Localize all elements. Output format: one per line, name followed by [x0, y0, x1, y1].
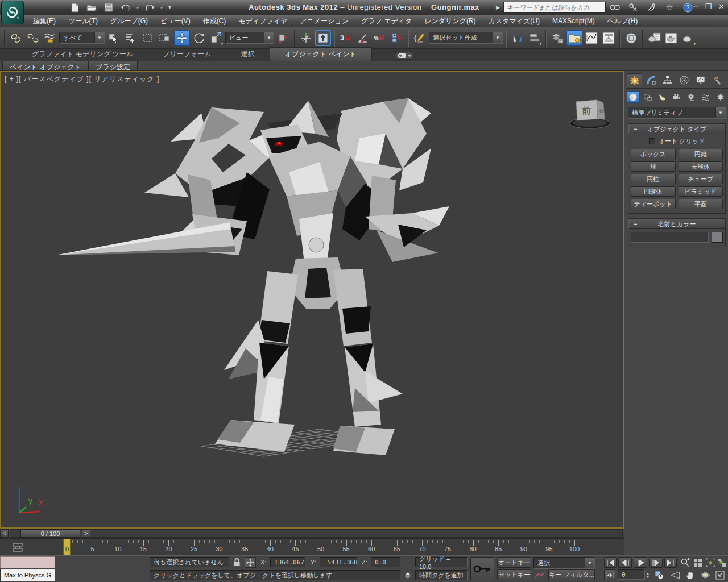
chevron-down-icon[interactable]: ▼: [585, 558, 594, 568]
btn-tube[interactable]: チューブ: [679, 174, 723, 184]
communication-center-icon[interactable]: [645, 2, 657, 13]
align-icon[interactable]: ▸: [527, 30, 543, 46]
menu-tools[interactable]: ツール(T): [63, 15, 104, 27]
restore-button[interactable]: ❐: [705, 2, 712, 11]
zoom-extents-all-icon[interactable]: [716, 557, 727, 568]
menu-animation[interactable]: アニメーション: [294, 15, 354, 27]
current-frame-field[interactable]: 0: [618, 569, 645, 580]
category-geometry[interactable]: [627, 91, 640, 103]
category-shapes[interactable]: [642, 91, 655, 103]
category-space-warps[interactable]: [700, 91, 713, 103]
viewport-label[interactable]: [ + ][ パースペクティブ ][ リアリスティック ]: [5, 74, 159, 84]
add-time-tag-field[interactable]: 時間タグを追加: [415, 570, 468, 580]
application-menu-button[interactable]: [1, 1, 24, 24]
chevron-down-icon[interactable]: ▼: [493, 32, 502, 43]
x-coordinate-field[interactable]: 1364.067: [270, 557, 305, 567]
search-icon[interactable]: [609, 2, 621, 13]
rectangular-selection-region-icon[interactable]: [140, 30, 156, 46]
menu-views[interactable]: ビュー(V): [155, 15, 196, 27]
save-file-icon[interactable]: [102, 2, 115, 13]
btn-plane[interactable]: 平面: [679, 199, 723, 209]
category-cameras[interactable]: [671, 91, 684, 103]
chevron-down-icon[interactable]: ▼: [264, 32, 274, 43]
zoom-icon[interactable]: [680, 557, 691, 568]
undo-dropdown-arrow[interactable]: ▾: [136, 5, 139, 10]
new-scene-icon[interactable]: [68, 2, 81, 13]
gungnir-robot-model[interactable]: [1, 72, 623, 527]
reference-coordinate-dropdown[interactable]: ビュー ▼: [225, 32, 274, 44]
key-mode-toggle[interactable]: [604, 569, 615, 580]
next-frame-button-anim[interactable]: [649, 557, 663, 568]
render-production-icon[interactable]: ▸: [680, 30, 696, 46]
render-setup-icon[interactable]: [646, 30, 662, 46]
help-icon[interactable]: ?: [681, 2, 694, 13]
perspective-viewport[interactable]: [ + ][ パースペクティブ ][ リアリスティック ] 前 右 y x: [0, 71, 624, 529]
use-pivot-point-icon[interactable]: [275, 30, 291, 46]
edit-named-selection-sets-icon[interactable]: {ABC: [412, 30, 428, 46]
category-helpers[interactable]: [685, 91, 698, 103]
quick-access-customize-arrow[interactable]: ▼: [167, 5, 172, 10]
ribbon-tab-freeform[interactable]: フリーフォーム: [148, 48, 226, 61]
play-animation-button[interactable]: [634, 557, 647, 568]
time-slider-track[interactable]: 0 / 100 >: [10, 529, 623, 538]
btn-pyramid[interactable]: ピラミッド: [679, 186, 723, 197]
graphite-modeling-ribbon-toggle[interactable]: [566, 30, 582, 46]
autogrid-checkbox[interactable]: [649, 138, 655, 144]
viewcube[interactable]: 前 右: [567, 95, 613, 130]
menu-maxscript[interactable]: MAXScript(M): [547, 16, 601, 26]
select-and-link-icon[interactable]: [8, 30, 24, 46]
tab-create[interactable]: [627, 73, 642, 87]
subtab-paint-objects[interactable]: ペイント オブジェクト: [2, 61, 89, 70]
menu-group[interactable]: グループ(G): [105, 15, 154, 27]
mirror-icon[interactable]: [510, 30, 526, 46]
tab-display[interactable]: [693, 73, 708, 87]
percent-snap-toggle-icon[interactable]: %: [372, 30, 388, 46]
frame-spinner[interactable]: ▲▼: [645, 569, 651, 580]
menu-customize[interactable]: カスタマイズ(U): [483, 15, 545, 27]
key-filters-button[interactable]: キー フィルタ...: [548, 569, 595, 580]
auto-key-button[interactable]: オートキー: [497, 557, 531, 568]
btn-torus[interactable]: 円環体: [631, 186, 676, 197]
ribbon-tab-object-paint[interactable]: オブジェクト ペイント: [270, 47, 372, 61]
tab-hierarchy[interactable]: [660, 73, 675, 87]
select-and-rotate-button[interactable]: [191, 30, 207, 46]
maximize-viewport-toggle-icon[interactable]: [713, 569, 727, 580]
btn-cone[interactable]: 円錐: [679, 149, 723, 159]
menu-graph-editors[interactable]: グラフ エディタ: [355, 15, 417, 27]
previous-frame-button-anim[interactable]: [618, 557, 632, 568]
object-type-rollout-header[interactable]: − オブジェクト タイプ: [628, 124, 725, 134]
select-and-move-button[interactable]: [174, 30, 190, 46]
viewcube-front-face[interactable]: 前: [582, 106, 591, 115]
open-mini-curve-editor-button[interactable]: [5, 541, 31, 554]
curve-editor-icon[interactable]: [584, 30, 599, 46]
favorites-star-icon[interactable]: ☆: [663, 2, 676, 13]
selected-keys-dropdown[interactable]: 選択 ▼: [533, 557, 595, 569]
key-icon[interactable]: [627, 2, 639, 13]
btn-geosphere[interactable]: 天球体: [679, 161, 723, 172]
absolute-offset-mode-toggle[interactable]: [245, 557, 256, 568]
btn-sphere[interactable]: 球: [631, 161, 676, 172]
chevron-down-icon[interactable]: ▼: [715, 107, 725, 118]
window-crossing-toggle-icon[interactable]: [157, 30, 173, 46]
undo-icon[interactable]: [119, 2, 132, 13]
chevron-down-icon[interactable]: ▼: [94, 32, 104, 43]
menu-create[interactable]: 作成(C): [197, 15, 232, 27]
keyboard-shortcut-override-toggle[interactable]: [315, 30, 331, 46]
isolate-cube-icon[interactable]: [403, 570, 413, 580]
maxscript-mini-listener[interactable]: [0, 556, 55, 568]
tab-modify[interactable]: [643, 73, 659, 87]
redo-dropdown-arrow[interactable]: ▾: [160, 5, 163, 10]
trackbar-ruler[interactable]: 0510152025303540455055606570758085909510…: [55, 539, 603, 556]
schematic-view-icon[interactable]: [601, 30, 617, 46]
close-button[interactable]: ✕: [718, 2, 725, 11]
tab-utilities[interactable]: [709, 73, 725, 87]
btn-teapot[interactable]: ティーポット: [631, 199, 676, 209]
rendered-frame-window-icon[interactable]: [663, 30, 679, 46]
open-file-icon[interactable]: [85, 2, 98, 13]
selection-filter-dropdown[interactable]: すべて ▼: [59, 32, 105, 44]
default-in-out-tangent-icon[interactable]: [533, 569, 546, 580]
z-coordinate-field[interactable]: 0.0: [371, 557, 400, 567]
spinner-snap-toggle-icon[interactable]: [389, 30, 405, 46]
snaps-toggle-3d-icon[interactable]: 3: [338, 30, 354, 46]
unlink-selection-icon[interactable]: [25, 30, 41, 46]
